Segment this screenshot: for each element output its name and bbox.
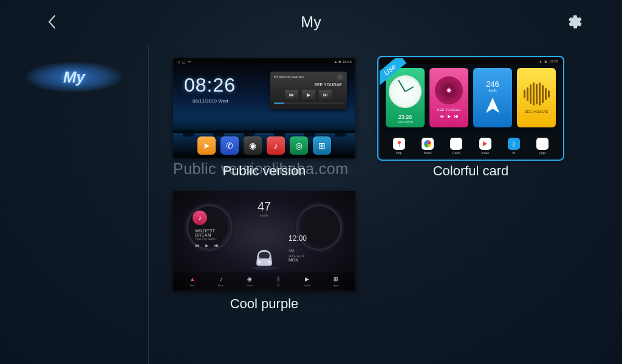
radio-icon: ◉ bbox=[244, 136, 262, 155]
status-bar: ◁◻▭ ▲ ✱ 18:05 bbox=[173, 58, 355, 64]
time-ring: 12:00 AM 2019-12-01 MON bbox=[296, 204, 342, 251]
google-icon bbox=[422, 138, 434, 150]
apps-icon: ⊞ bbox=[313, 136, 331, 155]
status-bar: ▲✱18:05 bbox=[380, 58, 562, 64]
nav-arrow-icon bbox=[482, 96, 503, 116]
media-widget: BT/MUSIC/RADIO SEE YOUGAE ⏮▶⏭ bbox=[270, 72, 347, 109]
cast-icon: ◎ bbox=[290, 136, 308, 155]
apps-icon: ⊞ bbox=[332, 275, 340, 283]
card-nav: 246 km/h bbox=[473, 68, 512, 127]
music-note-icon: ♪ bbox=[193, 211, 207, 225]
car-icon bbox=[249, 244, 279, 271]
page-title: My bbox=[301, 13, 321, 31]
radio-icon: ◉ bbox=[450, 138, 462, 150]
theme-grid: ◁◻▭ ▲ ✱ 18:05 08:26 06/11/2019 Wed BT/MU… bbox=[149, 44, 622, 364]
video-icon: ▶ bbox=[303, 275, 312, 283]
disc-icon bbox=[435, 76, 463, 104]
bluetooth-icon: ᛒ bbox=[275, 275, 283, 283]
dock: ▲Nav ♪Music ◉Radio ᛒBT ▶Video ⊞Apps bbox=[173, 272, 355, 289]
theme-thumb-colorful[interactable]: Use ▲✱18:05 23:26 12/01 MON SEE YOUGAE ⏮… bbox=[380, 58, 562, 158]
map-icon: 📍 bbox=[393, 138, 405, 150]
phone-icon: ✆ bbox=[220, 136, 239, 155]
theme-label: Public version bbox=[173, 163, 355, 179]
music-ring: ♪ WILDEST DREAM TAYLOR SWIFT ⏮▶⏭ bbox=[186, 204, 233, 251]
dock: ➤ ✆ ◉ ♪ ◎ ⊞ bbox=[173, 136, 355, 155]
header: My bbox=[0, 0, 622, 44]
theme-label: Colorful card bbox=[380, 163, 562, 179]
theme-item-public: ◁◻▭ ▲ ✱ 18:05 08:26 06/11/2019 Wed BT/MU… bbox=[173, 58, 355, 179]
card-music: SEE YOUGAE ⏮▶⏭ bbox=[429, 68, 468, 127]
song-title: WILDEST DREAM TAYLOR SWIFT bbox=[195, 229, 233, 241]
clock-date: 06/11/2019 Wed bbox=[193, 98, 228, 104]
card-clock: 23:26 12/01 MON bbox=[386, 68, 425, 127]
nav-icon: ▲ bbox=[188, 275, 197, 283]
dock: 📍Map Music ◉Radio Video ᛒBt ⊞Apps bbox=[380, 138, 562, 155]
clock-time: 08:26 bbox=[184, 74, 236, 96]
svg-point-2 bbox=[268, 261, 270, 263]
bluetooth-icon: ᛒ bbox=[508, 138, 520, 150]
music-icon: ♪ bbox=[217, 275, 225, 283]
card-radio: SEE YOUGAE bbox=[517, 68, 556, 127]
theme-item-coolpurple: ♪ WILDEST DREAM TAYLOR SWIFT ⏮▶⏭ 47 km/h bbox=[173, 191, 355, 312]
equalizer-icon bbox=[524, 82, 550, 106]
nav-icon: ➤ bbox=[197, 136, 216, 155]
theme-thumb-coolpurple[interactable]: ♪ WILDEST DREAM TAYLOR SWIFT ⏮▶⏭ 47 km/h bbox=[173, 191, 355, 291]
back-button[interactable] bbox=[44, 13, 61, 30]
settings-button[interactable] bbox=[566, 13, 584, 31]
svg-point-0 bbox=[251, 266, 278, 270]
svg-point-1 bbox=[258, 261, 261, 263]
body: My ◁◻▭ ▲ ✱ 18:05 08:26 06/11/2019 Wed BT… bbox=[0, 44, 622, 364]
sidebar-tab-my[interactable]: My bbox=[26, 62, 123, 92]
person-icon bbox=[337, 74, 343, 80]
sidebar: My bbox=[0, 44, 149, 364]
play-icon bbox=[479, 138, 491, 150]
theme-item-colorful: Use ▲✱18:05 23:26 12/01 MON SEE YOUGAE ⏮… bbox=[380, 58, 562, 179]
theme-thumb-public[interactable]: ◁◻▭ ▲ ✱ 18:05 08:26 06/11/2019 Wed BT/MU… bbox=[173, 58, 355, 158]
music-icon: ♪ bbox=[267, 136, 285, 155]
speed-display: 47 km/h bbox=[258, 200, 271, 217]
radio-icon: ◉ bbox=[245, 275, 254, 283]
apps-icon: ⊞ bbox=[536, 138, 549, 150]
clock-icon bbox=[389, 75, 422, 108]
theme-label: Cool purple bbox=[173, 296, 355, 312]
